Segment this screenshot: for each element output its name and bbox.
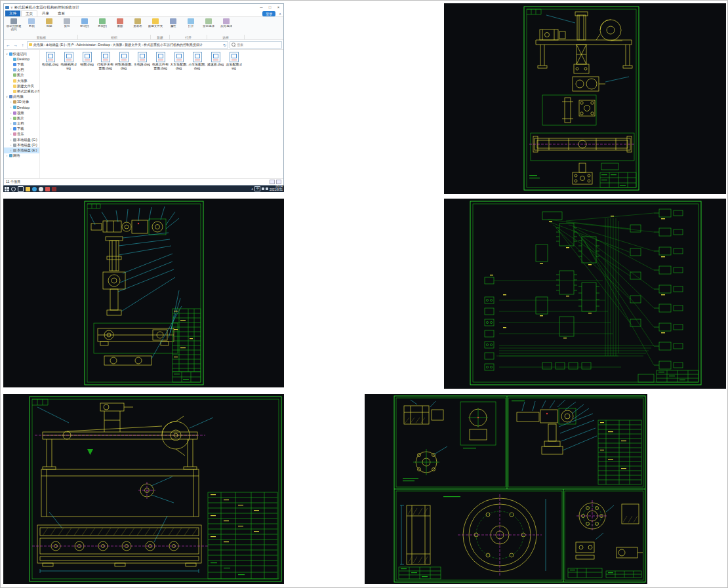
ribbon-button[interactable]: 粘贴 xyxy=(41,18,58,28)
breadcrumb-segment[interactable]: 大海豚 xyxy=(110,43,123,47)
taskbar-icon[interactable] xyxy=(52,187,56,191)
sidebar-item[interactable]: 下载 xyxy=(4,62,39,67)
sidebar-item[interactable]: ∨ 此电脑 xyxy=(4,94,39,100)
refresh-icon[interactable]: ↻ xyxy=(223,43,226,47)
taskbar-icon[interactable] xyxy=(39,187,43,191)
taskbar-icon[interactable] xyxy=(32,187,37,191)
breadcrumb-segment[interactable]: Desktop xyxy=(96,43,110,47)
sidebar-item[interactable]: 新建文件夹 xyxy=(4,83,39,88)
sidebar-item[interactable]: › 下载 xyxy=(4,127,39,132)
tree-caret-icon[interactable]: › xyxy=(9,117,12,120)
ribbon-button[interactable]: 反向选择 xyxy=(218,18,235,28)
tree-caret-icon[interactable]: › xyxy=(9,127,12,130)
file-name: 行程开关布置图.dwg xyxy=(96,63,114,70)
file-item[interactable]: 电磁抱闸.dwg xyxy=(60,52,77,70)
sidebar-item[interactable]: › 3D 对象 xyxy=(4,100,39,105)
taskbar-icon[interactable] xyxy=(45,187,50,191)
file-item[interactable]: 绘图.dwg xyxy=(78,52,96,70)
ribbon-button[interactable]: 全部选择 xyxy=(200,18,217,28)
breadcrumb-segment[interactable]: 用户 xyxy=(65,43,74,47)
sidebar-item[interactable]: › 音乐 xyxy=(4,132,39,137)
login-badge[interactable]: 登录 xyxy=(262,11,275,16)
ribbon-tab[interactable]: 共享 xyxy=(38,10,53,16)
sidebar-item[interactable]: Desktop xyxy=(4,56,39,62)
volume-icon[interactable] xyxy=(266,187,268,190)
sidebar-item[interactable]: 文档 xyxy=(4,68,39,73)
view-toggles xyxy=(270,180,281,184)
collapse-ribbon-icon[interactable]: ∧ xyxy=(279,12,281,16)
taskbar-icon[interactable] xyxy=(5,187,9,191)
sidebar-item[interactable]: › 本地磁盘 (E:) xyxy=(4,147,39,153)
tree-caret-icon[interactable]: › xyxy=(9,122,12,125)
thumbnail-view-icon[interactable] xyxy=(276,180,281,184)
ime-indicator[interactable]: 中 xyxy=(254,186,260,191)
quick-access-toolbar-caret[interactable]: ∨ xyxy=(10,5,13,9)
taskbar-icon[interactable] xyxy=(11,187,16,191)
ribbon-tab[interactable]: 查看 xyxy=(54,10,69,16)
tree-caret-icon[interactable]: › xyxy=(9,144,12,147)
ribbon-tab[interactable]: 文件 xyxy=(5,10,20,16)
file-item[interactable]: 行程开关布置图.dwg xyxy=(96,52,114,70)
sidebar-item[interactable]: › 网络 xyxy=(4,153,39,159)
file-item[interactable]: 大车装配图.dwg xyxy=(170,52,188,70)
sidebar-item-icon xyxy=(13,127,16,130)
breadcrumb-segment[interactable]: 新建文件夹 xyxy=(123,43,142,47)
file-item[interactable]: 总装配图.dwg xyxy=(225,52,243,70)
sidebar-item[interactable]: 大海豚 xyxy=(4,78,39,83)
ribbon-button[interactable]: 属性 xyxy=(165,18,182,28)
tree-caret-icon[interactable]: › xyxy=(9,111,12,115)
sidebar-item[interactable]: › Desktop xyxy=(4,105,39,110)
sidebar-item[interactable]: › 图片 xyxy=(4,115,39,121)
ribbon-button[interactable]: 新建文件夹 xyxy=(147,18,164,28)
file-item[interactable]: 电器元件布置图.dwg xyxy=(152,52,169,70)
file-item[interactable]: 控制系统图.dwg xyxy=(115,52,132,70)
ribbon-button[interactable]: 固定到快速访问 xyxy=(5,18,22,31)
tree-caret-icon[interactable]: › xyxy=(9,149,12,152)
ribbon-button[interactable]: 剪切 xyxy=(58,18,75,28)
ribbon-button[interactable]: 打开 xyxy=(182,18,199,28)
tree-caret-icon[interactable]: ∨ xyxy=(5,95,9,98)
file-item[interactable]: 小车装配图.dwg xyxy=(188,52,206,70)
sidebar-item-label: 大海豚 xyxy=(17,79,28,83)
forward-button[interactable]: → xyxy=(12,43,18,47)
breadcrumb-segment[interactable]: 桥式起重机小车运行机构的控制系统设计 xyxy=(141,43,203,47)
sidebar-item[interactable]: ∨ 快速访问 xyxy=(4,51,39,56)
breadcrumb-segment[interactable]: Administrator xyxy=(74,43,96,47)
sidebar-item[interactable]: › 本地磁盘 (D:) xyxy=(4,142,39,147)
tree-caret-icon[interactable]: › xyxy=(9,106,12,109)
sidebar-item[interactable]: › 视频 xyxy=(4,110,39,115)
ribbon-button[interactable]: 复制 xyxy=(23,18,40,28)
breadcrumb-segment[interactable]: 本地磁盘 (E:) xyxy=(43,43,65,47)
file-item[interactable]: 减速器.dwg xyxy=(207,52,224,70)
taskbar-clock[interactable]: 16:04 2021/8/31 xyxy=(270,186,283,191)
minimize-button[interactable]: ─ xyxy=(258,4,265,10)
maximize-button[interactable]: □ xyxy=(266,4,273,10)
ribbon-button[interactable]: 移动到 xyxy=(76,18,93,28)
tree-caret-icon[interactable]: › xyxy=(9,132,12,136)
up-button[interactable]: ↑ xyxy=(20,43,26,47)
sidebar-item[interactable]: › 本地磁盘 (C:) xyxy=(4,137,39,142)
tree-caret-icon[interactable]: › xyxy=(9,138,12,142)
file-item[interactable]: 主电路.dwg xyxy=(133,52,151,70)
ribbon-tab[interactable]: 主页 xyxy=(21,10,37,16)
tree-caret-icon[interactable]: › xyxy=(5,154,9,157)
close-button[interactable]: × xyxy=(275,4,282,10)
tray-expand-icon[interactable]: ∧ xyxy=(251,187,253,191)
ribbon-button[interactable]: 删除 xyxy=(111,18,129,28)
sidebar-item[interactable]: 图片 xyxy=(4,73,39,78)
breadcrumb[interactable]: 此电脑本地磁盘 (E:)用户AdministratorDesktop大海豚新建文… xyxy=(27,41,228,49)
sidebar-item[interactable]: 桥式起重机小车运行机构的控制系统设计 xyxy=(4,88,39,94)
sidebar-item[interactable]: › 文档 xyxy=(4,121,39,126)
back-button[interactable]: ← xyxy=(5,43,11,47)
file-item[interactable]: 电动机.dwg xyxy=(41,52,59,70)
network-icon[interactable] xyxy=(262,187,264,190)
tree-caret-icon[interactable]: › xyxy=(9,100,12,104)
taskbar-icon[interactable] xyxy=(26,187,30,191)
ribbon-button[interactable]: 重命名 xyxy=(129,18,146,28)
breadcrumb-segment[interactable]: 此电脑 xyxy=(33,43,43,47)
list-view-icon[interactable] xyxy=(270,180,275,184)
tree-caret-icon[interactable]: ∨ xyxy=(5,52,9,56)
taskbar-icon[interactable] xyxy=(18,186,24,192)
ribbon-button[interactable]: 复制到 xyxy=(94,18,111,28)
search-input[interactable]: 搜索 xyxy=(230,41,282,49)
